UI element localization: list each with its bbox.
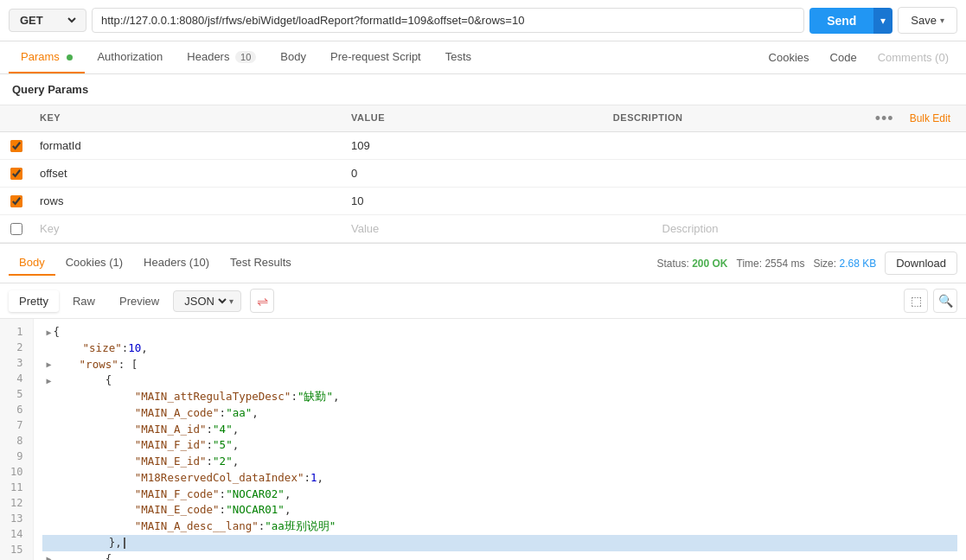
code-content[interactable]: ▶{ "size": 10,▶ "rows": [▶ { "MAIN_attRe… <box>34 319 966 560</box>
table-row: rows 10 <box>0 188 966 215</box>
param-empty-value[interactable]: Value <box>344 215 656 242</box>
param-rows-key: rows <box>33 188 344 214</box>
tab-authorization-label: Authorization <box>97 50 163 63</box>
code-line-13: "MAIN_A_desc__lang": "aa班别说明" <box>42 519 957 535</box>
response-bar: Body Cookies (1) Headers (10) Test Resul… <box>0 243 966 283</box>
param-offset-desc <box>656 167 967 181</box>
query-params-section: Query Params KEY VALUE DESCRIPTION ••• B… <box>0 74 966 243</box>
time-value: 2554 ms <box>764 258 804 270</box>
code-line-14: }, <box>42 535 957 551</box>
method-selector[interactable]: GET POST PUT DELETE <box>9 9 86 32</box>
table-row: offset 0 <box>0 160 966 188</box>
tab-headers-label: Headers <box>187 50 229 63</box>
table-row: formatId 109 <box>0 132 966 160</box>
response-tabs: Body Cookies (1) Headers (10) Test Resul… <box>9 251 302 276</box>
param-formatid-value: 109 <box>344 132 656 159</box>
size-label: Size: 2.68 KB <box>813 258 876 270</box>
code-area: 12345678910111213141516171819 ▶{ "size":… <box>0 319 966 560</box>
tab-params[interactable]: Params <box>9 41 85 73</box>
tab-pre-request[interactable]: Pre-request Script <box>318 41 433 73</box>
save-label: Save <box>911 14 937 27</box>
format-dropdown[interactable]: JSON XML HTML Text <box>181 294 229 309</box>
tab-comments[interactable]: Comments (0) <box>869 42 957 73</box>
fmt-tab-raw[interactable]: Raw <box>62 290 106 312</box>
param-offset-checkbox[interactable] <box>10 168 22 180</box>
headers-badge: 10 <box>235 51 256 63</box>
code-line-1: ▶{ <box>42 324 957 340</box>
code-line-11: "MAIN_F_code": "NOCAR02", <box>42 487 957 503</box>
send-dropdown-button[interactable]: ▾ <box>873 8 892 34</box>
format-bar: Pretty Raw Preview JSON XML HTML Text ▾ … <box>0 283 966 319</box>
query-params-title: Query Params <box>0 74 966 105</box>
more-options-icon[interactable]: ••• <box>875 110 894 128</box>
size-value: 2.68 KB <box>839 258 876 270</box>
code-line-7: "MAIN_A_id": "4", <box>42 422 957 438</box>
tab-headers[interactable]: Headers 10 <box>175 41 268 73</box>
header-actions: ••• Bulk Edit <box>868 105 966 131</box>
tab-body-label: Body <box>280 50 306 63</box>
param-offset-key: offset <box>33 160 344 187</box>
send-group: Send ▾ <box>809 8 892 34</box>
col-value-header: VALUE <box>344 105 606 131</box>
format-dropdown-icon: ▾ <box>229 296 234 306</box>
tab-tests-label: Tests <box>445 50 471 63</box>
params-table-header: KEY VALUE DESCRIPTION ••• Bulk Edit <box>0 105 966 132</box>
url-input[interactable] <box>92 8 804 33</box>
param-empty-key[interactable]: Key <box>33 215 344 242</box>
resp-tab-body[interactable]: Body <box>9 251 55 276</box>
param-rows-value: 10 <box>344 188 656 214</box>
response-meta: Status: 200 OK Time: 2554 ms Size: 2.68 … <box>656 251 957 275</box>
format-right-icons: ⬚ 🔍 <box>904 289 957 313</box>
param-empty-desc[interactable]: Description <box>656 215 967 242</box>
col-key-header: KEY <box>33 105 344 131</box>
param-empty-checkbox[interactable] <box>10 223 22 235</box>
tab-pre-request-label: Pre-request Script <box>330 50 421 63</box>
code-line-2: "size": 10, <box>42 340 957 357</box>
code-line-6: "MAIN_A_code": "aa", <box>42 405 957 422</box>
send-button[interactable]: Send <box>809 8 873 34</box>
code-line-15: ▶ { <box>42 551 957 561</box>
fmt-tab-pretty[interactable]: Pretty <box>9 290 59 312</box>
params-dot <box>67 54 73 60</box>
top-bar: GET POST PUT DELETE Send ▾ Save ▾ <box>0 0 966 41</box>
param-formatid-desc <box>656 139 967 153</box>
param-formatid-key: formatId <box>33 132 344 159</box>
code-line-8: "MAIN_F_id": "5", <box>42 437 957 454</box>
tab-authorization[interactable]: Authorization <box>85 41 175 73</box>
format-icon-button[interactable]: ⇌ <box>250 289 274 313</box>
param-offset-value: 0 <box>344 160 656 187</box>
request-tabs-row: Params Authorization Headers 10 Body Pre… <box>0 41 966 74</box>
param-rows-checkbox[interactable] <box>10 195 22 207</box>
table-row-empty: Key Value Description <box>0 215 966 243</box>
right-tabs: Cookies Code Comments (0) <box>760 42 957 73</box>
time-label: Time: 2554 ms <box>737 258 805 270</box>
download-button[interactable]: Download <box>885 251 957 275</box>
status-value: 200 OK <box>692 258 727 270</box>
copy-icon[interactable]: ⬚ <box>904 289 928 313</box>
tab-params-label: Params <box>21 50 60 63</box>
code-line-9: "MAIN_E_id": "2", <box>42 454 957 470</box>
tab-body[interactable]: Body <box>268 41 318 73</box>
code-line-5: "MAIN_attRegulaTypeDesc": "缺勤", <box>42 389 957 405</box>
save-dropdown-icon: ▾ <box>940 16 944 25</box>
param-formatid-checkbox[interactable] <box>10 140 22 152</box>
format-selector[interactable]: JSON XML HTML Text ▾ <box>173 290 241 312</box>
search-icon[interactable]: 🔍 <box>933 289 957 313</box>
param-rows-desc <box>656 194 967 208</box>
resp-tab-cookies[interactable]: Cookies (1) <box>55 251 133 276</box>
resp-tab-test-results[interactable]: Test Results <box>220 251 302 276</box>
bulk-edit-button[interactable]: Bulk Edit <box>901 109 959 128</box>
tab-code[interactable]: Code <box>822 42 866 73</box>
resp-tab-headers[interactable]: Headers (10) <box>133 251 220 276</box>
status-label: Status: 200 OK <box>656 258 727 270</box>
tab-tests[interactable]: Tests <box>433 41 483 73</box>
method-dropdown[interactable]: GET POST PUT DELETE <box>16 13 79 28</box>
col-description-header: DESCRIPTION <box>606 105 868 131</box>
code-line-4: ▶ { <box>42 372 957 389</box>
tab-cookies[interactable]: Cookies <box>760 42 818 73</box>
fmt-tab-preview[interactable]: Preview <box>109 290 170 312</box>
save-button[interactable]: Save ▾ <box>898 7 957 34</box>
code-line-12: "MAIN_E_code": "NOCAR01", <box>42 502 957 519</box>
code-line-10: "M18ReservedCol_dataIndex": 1, <box>42 470 957 487</box>
code-line-3: ▶ "rows": [ <box>42 357 957 373</box>
